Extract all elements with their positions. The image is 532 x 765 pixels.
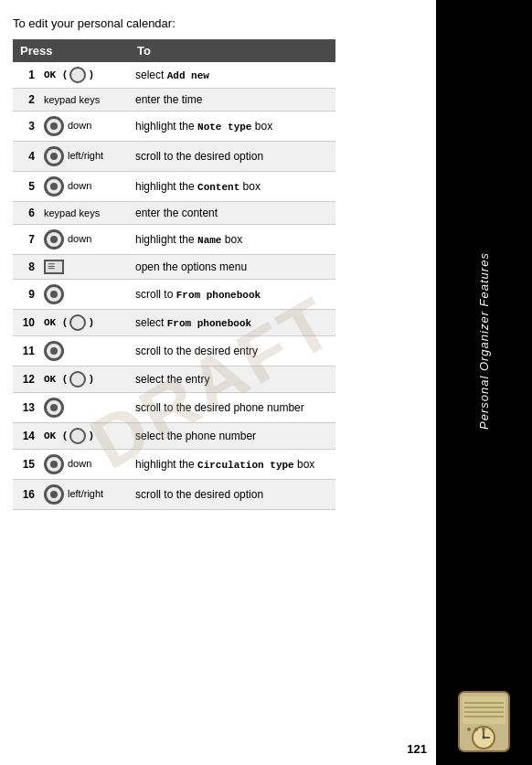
nav-direction-icon [44, 229, 64, 250]
row-number: 3 [13, 112, 38, 142]
press-cell [38, 393, 130, 423]
to-cell: select From phonebook [130, 310, 335, 336]
to-cell: select the entry [130, 367, 335, 393]
bold-term: Circulation type [197, 460, 294, 471]
bold-term: Name [197, 235, 221, 246]
table-row: 4left/rightscroll to the desired option [13, 142, 335, 172]
bold-term: Add new [167, 70, 209, 81]
row-number: 14 [13, 423, 38, 450]
sidebar-image [448, 683, 521, 756]
press-cell: OK ( ) [38, 367, 130, 393]
svg-point-12 [482, 728, 485, 731]
ok-circle-icon [69, 428, 86, 444]
row-number: 11 [13, 336, 38, 367]
nav-direction-label: down [68, 120, 91, 131]
row-number: 8 [13, 255, 38, 280]
table-row: 3downhighlight the Note type box [13, 112, 335, 142]
nav-direction-icon [44, 176, 64, 197]
nav-ring-icon [44, 398, 64, 418]
nav-ring-icon [44, 341, 64, 361]
table-row: 7downhighlight the Name box [13, 225, 335, 255]
row-number: 1 [13, 62, 38, 89]
press-cell: OK ( ) [38, 310, 130, 336]
press-cell: down [38, 172, 130, 202]
organizer-icon [450, 687, 518, 756]
instruction-table: Press To 1OK ( )select Add new2keypad ke… [13, 39, 335, 510]
nav-direction-label: left/right [68, 150, 103, 161]
to-cell: highlight the Note type box [130, 112, 335, 142]
ok-circle-icon [69, 371, 86, 388]
to-cell: highlight the Name box [130, 225, 335, 255]
press-cell: OK ( ) [38, 423, 130, 450]
table-row: 10OK ( )select From phonebook [13, 310, 335, 336]
press-cell: down [38, 225, 130, 255]
table-row: 16left/rightscroll to the desired option [13, 480, 335, 510]
nav-direction-icon [44, 116, 64, 136]
nav-direction-icon [44, 146, 64, 166]
nav-direction-icon [44, 484, 64, 505]
table-row: 8open the options menu [13, 255, 335, 280]
bold-term: Note type [197, 122, 251, 133]
intro-text: To edit your personal calendar: [13, 16, 335, 30]
table-row: 14OK ( )select the phone number [13, 423, 335, 450]
to-cell: scroll to From phonebook [130, 280, 335, 310]
nav-ring-icon [44, 284, 64, 304]
col-header-press: Press [13, 39, 130, 62]
table-row: 11scroll to the desired entry [13, 336, 335, 367]
row-number: 6 [13, 202, 38, 225]
table-row: 15downhighlight the Circulation type box [13, 450, 335, 480]
svg-rect-1 [463, 696, 505, 724]
to-cell: enter the time [130, 89, 335, 112]
press-cell [38, 280, 130, 310]
press-cell: left/right [38, 142, 130, 172]
row-number: 9 [13, 280, 38, 310]
col-header-to: To [130, 39, 335, 62]
row-number: 4 [13, 142, 38, 172]
press-cell: down [38, 450, 130, 480]
to-cell: highlight the Circulation type box [130, 450, 335, 480]
to-cell: highlight the Content box [130, 172, 335, 202]
bold-term: From phonebook [176, 290, 261, 301]
keypad-label: keypad keys [44, 207, 100, 218]
table-row: 12OK ( )select the entry [13, 367, 335, 393]
press-cell: left/right [38, 480, 130, 510]
nav-direction-label: left/right [68, 488, 103, 499]
right-sidebar: Personal Organizer Features [436, 0, 532, 765]
press-cell [38, 336, 130, 367]
table-row: 6keypad keysenter the content [13, 202, 335, 225]
to-cell: scroll to the desired option [130, 142, 335, 172]
bold-term: From phonebook [167, 318, 251, 329]
row-number: 10 [13, 310, 38, 336]
row-number: 13 [13, 393, 38, 423]
to-cell: select the phone number [130, 423, 335, 450]
to-cell: scroll to the desired entry [130, 336, 335, 367]
row-number: 5 [13, 172, 38, 202]
bold-term: Content [197, 182, 239, 193]
ok-circle-icon [69, 314, 86, 331]
to-cell: scroll to the desired option [130, 480, 335, 510]
row-number: 12 [13, 367, 38, 393]
press-cell: OK ( ) [38, 62, 130, 89]
page-number: 121 [407, 742, 427, 756]
nav-direction-label: down [68, 458, 91, 469]
to-cell: scroll to the desired phone number [130, 393, 335, 423]
table-row: 2keypad keysenter the time [13, 89, 335, 112]
press-cell: keypad keys [38, 202, 130, 225]
nav-direction-icon [44, 454, 64, 474]
ok-circle-icon [69, 67, 86, 83]
press-cell [38, 255, 130, 280]
nav-direction-label: down [68, 180, 91, 191]
keypad-label: keypad keys [44, 94, 100, 105]
svg-point-11 [474, 728, 478, 731]
to-cell: select Add new [130, 62, 335, 89]
row-number: 16 [13, 480, 38, 510]
table-row: 9scroll to From phonebook [13, 280, 335, 310]
table-row: 5downhighlight the Content box [13, 172, 335, 202]
sidebar-title: Personal Organizer Features [477, 9, 491, 674]
row-number: 2 [13, 89, 38, 112]
row-number: 7 [13, 225, 38, 255]
table-row: 13scroll to the desired phone number [13, 393, 335, 423]
to-cell: open the options menu [130, 255, 335, 280]
press-cell: keypad keys [38, 89, 130, 112]
table-row: 1OK ( )select Add new [13, 62, 335, 89]
